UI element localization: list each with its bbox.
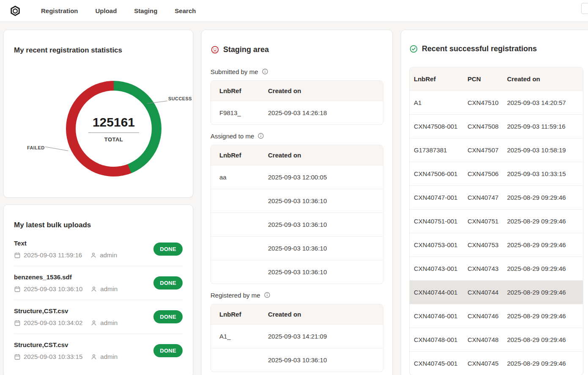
table-row[interactable]: CXN40753-001 CXN40753 2025-08-29 09:29:4… bbox=[410, 233, 583, 256]
table-row[interactable]: CXN40751-001 CXN40751 2025-08-29 09:29:4… bbox=[410, 209, 583, 233]
failed-leader-line bbox=[45, 146, 68, 151]
recent-registrations-card: Recent successful registrations LnbRef P… bbox=[401, 30, 588, 375]
column-header: LnbRef bbox=[211, 145, 260, 165]
upload-filename: Structure,CST.csv bbox=[14, 341, 118, 348]
upload-user: admin bbox=[100, 285, 118, 292]
info-icon[interactable] bbox=[257, 132, 264, 139]
column-header: LnbRef bbox=[211, 81, 260, 101]
registrations-table: LnbRef PCN Created on A1 CXN47510 2025-0… bbox=[409, 67, 583, 375]
table-header-row: LnbRef Created on bbox=[211, 81, 383, 101]
upload-list-item: benzenes_1536.sdf 2025-09-03 10:36:10 ad… bbox=[14, 266, 183, 300]
upload-list-item: Text 2025-09-03 11:59:16 admin DONE bbox=[14, 232, 183, 266]
calendar-icon bbox=[14, 320, 21, 326]
nav-item-registration[interactable]: Registration bbox=[41, 7, 78, 14]
donut-chart-area: 125161 TOTAL SUCCESS FAILED bbox=[14, 70, 183, 191]
calendar-icon bbox=[14, 252, 21, 259]
registrations-title-row: Recent successful registrations bbox=[409, 38, 583, 60]
table-row[interactable]: 2025-09-03 10:36:10 bbox=[211, 189, 383, 212]
upload-date: 2025-09-03 10:36:10 bbox=[24, 285, 82, 292]
table-row[interactable]: 2025-09-03 10:36:10 bbox=[211, 212, 383, 236]
column-header: Created on bbox=[260, 81, 383, 101]
table-row[interactable]: CXN47506-001 CXN47506 2025-09-03 10:33:1… bbox=[410, 162, 583, 185]
staging-card-title: Staging area bbox=[223, 45, 269, 54]
upload-meta: 2025-09-03 10:34:02 admin bbox=[14, 319, 118, 326]
upload-date: 2025-09-03 10:33:15 bbox=[24, 353, 82, 360]
assigned-table: LnbRef Created on aa 2025-09-03 12:00:05… bbox=[211, 145, 383, 284]
upload-filename: benzenes_1536.sdf bbox=[14, 273, 118, 281]
nav-item-staging[interactable]: Staging bbox=[134, 7, 157, 14]
section-label-text: Registered by me bbox=[211, 292, 260, 299]
registrations-card-title: Recent successful registrations bbox=[422, 44, 537, 53]
table-row[interactable]: CXN40747-001 CXN40747 2025-08-29 09:29:4… bbox=[410, 185, 583, 209]
upload-date: 2025-09-03 11:59:16 bbox=[24, 251, 82, 259]
main-nav: Registration Upload Staging Search bbox=[41, 7, 196, 14]
info-icon[interactable] bbox=[264, 292, 271, 298]
user-icon bbox=[90, 353, 97, 360]
user-icon bbox=[90, 252, 97, 259]
section-label-submitted: Submitted by me bbox=[211, 68, 383, 75]
upload-status-badge[interactable]: DONE bbox=[153, 310, 183, 323]
table-row[interactable]: 2025-09-03 10:36:10 bbox=[211, 260, 383, 284]
table-row[interactable]: 2025-09-03 10:36:10 bbox=[211, 236, 383, 260]
registrations-table-body: A1 CXN47510 2025-09-03 14:20:57 CXN47508… bbox=[410, 91, 583, 375]
upload-user: admin bbox=[100, 353, 118, 360]
left-column: My recent registration statistics 125161… bbox=[3, 30, 193, 375]
donut-total-label: TOTAL bbox=[104, 136, 123, 143]
hexagon-logo-icon bbox=[9, 5, 21, 17]
nav-search-stub[interactable] bbox=[581, 3, 588, 14]
calendar-icon bbox=[14, 353, 21, 360]
column-header: LnbRef bbox=[410, 67, 463, 91]
table-row[interactable]: CXN47508-001 CXN47508 2025-09-03 11:59:1… bbox=[410, 114, 583, 138]
table-row[interactable]: CXN40746-001 CXN40746 2025-08-29 09:29:4… bbox=[410, 304, 583, 328]
section-label-text: Submitted by me bbox=[211, 68, 258, 75]
nav-item-upload[interactable]: Upload bbox=[96, 7, 117, 14]
column-header: Created on bbox=[503, 67, 583, 91]
upload-meta: 2025-09-03 10:36:10 admin bbox=[14, 285, 118, 292]
bulk-uploads-card: My latest bulk uploads Text 2025-09-03 1… bbox=[3, 204, 193, 375]
upload-filename: Structure,CST.csv bbox=[14, 307, 118, 314]
table-row[interactable]: 2025-09-03 10:36:10 bbox=[211, 348, 383, 372]
top-nav: Registration Upload Staging Search bbox=[0, 0, 588, 22]
staging-area-card: Staging area Submitted by me LnbRef Crea… bbox=[201, 30, 393, 375]
table-row[interactable]: CXN40748-001 CXN40748 2025-08-29 09:29:4… bbox=[410, 328, 583, 351]
nav-item-search[interactable]: Search bbox=[175, 7, 196, 14]
section-label-assigned: Assigned to me bbox=[211, 132, 383, 140]
app-logo[interactable] bbox=[8, 4, 22, 18]
section-label-registered: Registered by me bbox=[211, 292, 383, 299]
table-row[interactable]: CXN40745-001 CXN40745 2025-08-29 09:29:4… bbox=[410, 351, 583, 375]
table-row[interactable]: aa 2025-09-03 12:00:05 bbox=[211, 165, 383, 189]
column-header: Created on bbox=[260, 145, 383, 165]
upload-status-badge[interactable]: DONE bbox=[153, 243, 183, 256]
donut-total-value: 125161 bbox=[88, 115, 139, 133]
table-header-row: LnbRef Created on bbox=[211, 145, 383, 165]
upload-list-item: Structure,CST.csv 2025-09-03 10:34:02 ad… bbox=[14, 300, 183, 334]
section-label-text: Assigned to me bbox=[211, 132, 254, 140]
table-row[interactable]: F9813_ 2025-09-03 14:26:18 bbox=[211, 101, 383, 124]
failed-slice-label: FAILED bbox=[27, 145, 45, 150]
upload-status-badge[interactable]: DONE bbox=[153, 276, 183, 290]
staging-title-row: Staging area bbox=[211, 39, 383, 61]
table-row[interactable]: G17387381 CXN47507 2025-09-03 10:58:19 bbox=[410, 138, 583, 162]
upload-status-badge[interactable]: DONE bbox=[153, 344, 183, 357]
user-icon bbox=[90, 320, 97, 326]
stats-card-title: My recent registration statistics bbox=[14, 46, 183, 55]
table-header-row: LnbRef Created on bbox=[211, 304, 383, 325]
table-row[interactable]: CXN40744-001 CXN40744 2025-08-29 09:29:4… bbox=[410, 280, 583, 304]
table-row[interactable]: A1 CXN47510 2025-09-03 14:20:57 bbox=[410, 91, 583, 114]
upload-meta: 2025-09-03 10:33:15 admin bbox=[14, 353, 118, 360]
upload-meta: 2025-09-03 11:59:16 admin bbox=[14, 251, 117, 259]
registration-statistics-card: My recent registration statistics 125161… bbox=[3, 30, 193, 198]
upload-user: admin bbox=[100, 319, 118, 326]
dashboard: My recent registration statistics 125161… bbox=[0, 22, 588, 375]
success-slice-label: SUCCESS bbox=[168, 96, 192, 101]
table-header-row: LnbRef PCN Created on bbox=[410, 67, 583, 91]
registration-donut-chart: 125161 TOTAL bbox=[66, 81, 161, 176]
upload-user: admin bbox=[100, 251, 117, 259]
column-header: LnbRef bbox=[211, 304, 260, 325]
donut-center: 125161 TOTAL bbox=[76, 91, 152, 167]
user-icon bbox=[90, 286, 97, 292]
table-row[interactable]: A1_ 2025-09-03 14:21:09 bbox=[211, 324, 383, 348]
upload-list-item: Structure,CST.csv 2025-09-03 10:33:15 ad… bbox=[14, 334, 183, 367]
table-row[interactable]: CXN40743-001 CXN40743 2025-08-29 09:29:4… bbox=[410, 256, 583, 280]
info-icon[interactable] bbox=[262, 68, 268, 75]
